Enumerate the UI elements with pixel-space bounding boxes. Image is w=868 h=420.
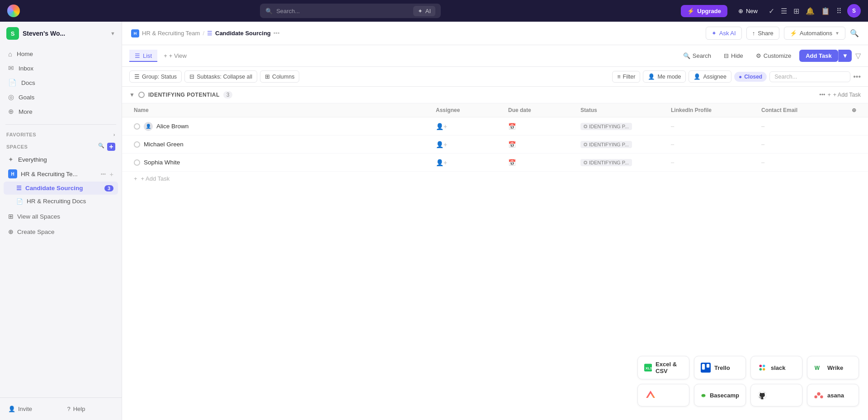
task-search-input[interactable] — [774, 74, 845, 80]
sidebar-item-home[interactable]: ⌂ Home — [4, 47, 118, 61]
assignee-filter[interactable]: 👤 Assignee — [689, 70, 731, 83]
upgrade-button[interactable]: ⚡ Upgrade — [681, 5, 727, 17]
check-icon[interactable]: ✓ — [769, 7, 774, 15]
task-search[interactable] — [769, 71, 850, 82]
calendar-icon[interactable]: ☰ — [781, 7, 787, 15]
status-dot — [584, 161, 587, 164]
columns-filter[interactable]: ⊞ Columns — [260, 70, 299, 83]
spaces-actions: 🔍 + — [98, 143, 115, 151]
due-date-icon[interactable]: 📅 — [508, 141, 516, 148]
customize-button[interactable]: ⚙ Customize — [751, 50, 796, 61]
chevron-down-icon: ▼ — [110, 31, 115, 36]
hr-space-more-icon[interactable]: ••• — [101, 171, 106, 177]
task-checkbox[interactable] — [134, 141, 140, 148]
tab-list[interactable]: ☰ List — [129, 50, 157, 62]
bell-icon[interactable]: 🔔 — [806, 7, 815, 15]
closed-filter[interactable]: ● Closed — [734, 72, 767, 82]
sidebar-item-candidate-sourcing[interactable]: ☰ Candidate Sourcing 3 — [4, 182, 118, 195]
add-task-button[interactable]: Add Task — [799, 50, 838, 62]
toolbar-expand-icon[interactable]: ▽ — [855, 51, 861, 60]
add-column-icon[interactable]: ⊕ — [852, 107, 856, 113]
integration-asana[interactable]: asana — [807, 384, 859, 406]
task-name-label[interactable]: Sophia White — [144, 159, 180, 166]
ai-sparkle-icon: ✦ — [712, 30, 717, 37]
add-row-icon: + — [134, 175, 137, 182]
me-mode-button[interactable]: 👤 Me mode — [643, 70, 686, 83]
content-search-icon[interactable]: 🔍 — [850, 29, 859, 37]
add-view-button[interactable]: + + View — [159, 50, 191, 61]
sidebar-item-docs[interactable]: 📄 Docs — [4, 75, 118, 90]
ask-ai-button[interactable]: ✦ Ask AI — [706, 27, 742, 40]
integration-github[interactable] — [750, 384, 802, 406]
search-button[interactable]: 🔍 Search — [679, 50, 716, 61]
assign-icon[interactable]: 👤+ — [436, 123, 447, 130]
email-value: – — [761, 123, 764, 130]
task-name-label[interactable]: Alice Brown — [156, 123, 189, 130]
assignee-cell[interactable]: 👤+ — [431, 117, 504, 135]
integration-wrike[interactable]: W Wrike — [807, 356, 859, 379]
spaces-add-icon[interactable]: + — [107, 143, 115, 151]
sidebar-item-hr-docs[interactable]: 📄 HR & Recruiting Docs — [4, 195, 118, 208]
breadcrumb-more-icon[interactable]: ••• — [274, 30, 280, 37]
global-search[interactable]: 🔍 ✦ AI — [260, 4, 441, 18]
sidebar-item-goals[interactable]: ◎ Goals — [4, 90, 118, 104]
integration-slack[interactable]: slack — [750, 356, 802, 379]
more-options-icon[interactable]: ••• — [853, 73, 861, 81]
file-icon[interactable]: 📋 — [821, 7, 830, 15]
status-cell[interactable]: IDENTIFYING P... — [576, 135, 666, 153]
col-header-add[interactable]: ⊕ — [847, 103, 861, 117]
nav-icons: ✓ ☰ ⊞ 🔔 📋 ⠿ — [769, 7, 842, 15]
favorites-expand-icon[interactable]: › — [113, 132, 115, 137]
status-cell[interactable]: IDENTIFYING P... — [576, 154, 666, 171]
task-name-label[interactable]: Michael Green — [144, 141, 184, 148]
filter-button[interactable]: ≡ Filter — [612, 71, 640, 83]
user-avatar[interactable]: S — [847, 4, 861, 18]
search-input[interactable] — [276, 8, 410, 14]
invite-button[interactable]: 👤 Invite — [4, 402, 59, 415]
workspace-header[interactable]: S Steven's Wo... ▼ — [0, 22, 122, 45]
integration-clickup[interactable] — [637, 384, 689, 406]
group-status-filter[interactable]: ☰ Group: Status — [129, 70, 182, 83]
sidebar-item-inbox[interactable]: ✉ Inbox — [4, 61, 118, 75]
due-date-cell[interactable]: 📅 — [504, 117, 576, 135]
help-button[interactable]: ? Help — [63, 402, 118, 415]
add-task-dropdown[interactable]: ▼ — [838, 50, 852, 62]
due-date-cell[interactable]: 📅 — [504, 154, 576, 171]
hide-button[interactable]: ⊟ Hide — [719, 50, 748, 61]
task-checkbox[interactable] — [134, 159, 140, 166]
due-date-icon[interactable]: 📅 — [508, 123, 516, 130]
grid-icon[interactable]: ⠿ — [836, 7, 842, 15]
subtasks-filter[interactable]: ⊟ Subtasks: Collapse all — [184, 70, 257, 83]
due-date-cell[interactable]: 📅 — [504, 135, 576, 153]
group-icon: ☰ — [134, 73, 140, 80]
assign-icon[interactable]: 👤+ — [436, 159, 447, 166]
integration-basecamp[interactable]: Basecamp — [694, 384, 746, 406]
integration-excel[interactable]: XLS Excel & CSV — [637, 356, 689, 379]
add-task-row[interactable]: + + Add Task — [122, 172, 868, 186]
sidebar-item-everything[interactable]: ✦ Everything — [4, 153, 118, 166]
integration-trello[interactable]: Trello — [694, 356, 746, 379]
assignee-cell[interactable]: 👤+ — [431, 135, 504, 153]
spaces-search-icon[interactable]: 🔍 — [98, 143, 105, 151]
sidebar-item-create-space[interactable]: ⊕ Create Space — [4, 225, 118, 238]
hr-space-add-icon[interactable]: + — [109, 170, 113, 178]
task-checkbox[interactable] — [134, 123, 140, 130]
share-button[interactable]: ↑ Share — [746, 27, 779, 40]
breadcrumb-space[interactable]: HR & Recruiting Team — [142, 30, 200, 37]
sidebar-item-label: HR & Recruiting Docs — [27, 198, 86, 205]
sidebar-item-hr-space[interactable]: H HR & Recruiting Te... ••• + — [4, 166, 118, 182]
automations-button[interactable]: ⚡ Automations ▼ — [784, 27, 845, 40]
layout-icon[interactable]: ⊞ — [793, 7, 799, 15]
new-button[interactable]: ⊕ New — [733, 5, 763, 17]
assignee-cell[interactable]: 👤+ — [431, 154, 504, 171]
add-task-inline[interactable]: ••• + + Add Task — [819, 92, 861, 98]
row-extra — [847, 117, 861, 135]
sidebar-item-more[interactable]: ⊕ More — [4, 104, 118, 119]
plus-icon: ⊕ — [738, 8, 743, 14]
group-toggle[interactable]: ▼ — [129, 92, 135, 98]
assign-icon[interactable]: 👤+ — [436, 141, 447, 148]
sidebar-item-view-all-spaces[interactable]: ⊞ View all Spaces — [4, 210, 118, 223]
due-date-icon[interactable]: 📅 — [508, 159, 516, 166]
status-cell[interactable]: IDENTIFYING P... — [576, 117, 666, 135]
ai-button[interactable]: ✦ AI — [413, 6, 435, 16]
